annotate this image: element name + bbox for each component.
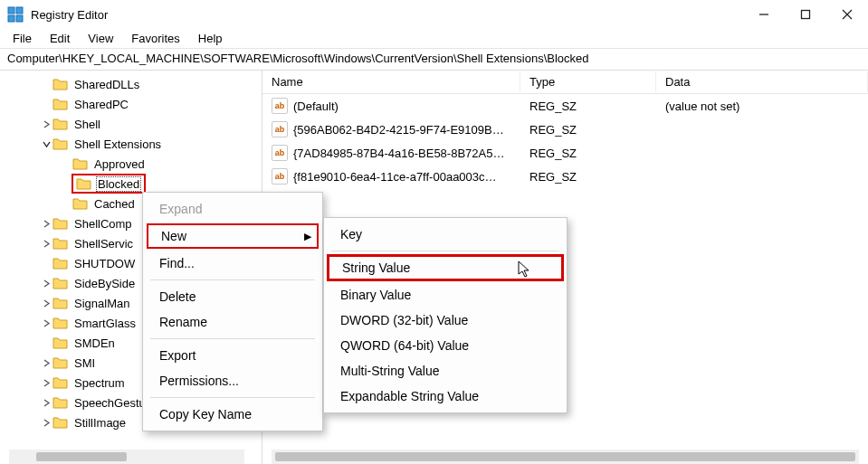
- folder-icon: [52, 315, 69, 331]
- tree-item-label: Blocked: [96, 176, 141, 192]
- list-row[interactable]: ab{f81e9010-6ea4-11ce-a7ff-00aa003c…REG_…: [262, 165, 868, 188]
- column-header-type[interactable]: Type: [520, 71, 656, 92]
- menu-view[interactable]: View: [79, 30, 122, 47]
- app-icon: [7, 6, 24, 23]
- value-name: {f81e9010-6ea4-11ce-a7ff-00aa003c…: [293, 170, 497, 184]
- folder-icon: [52, 96, 69, 112]
- menu-edit[interactable]: Edit: [41, 30, 79, 47]
- expander-icon[interactable]: [40, 120, 52, 128]
- tree-item[interactable]: Shell: [5, 114, 262, 134]
- tree-item[interactable]: Blocked: [5, 174, 262, 194]
- tree-item[interactable]: SharedDLLs: [5, 74, 262, 94]
- ctx-rename[interactable]: Rename: [145, 309, 320, 335]
- folder-icon: [52, 374, 69, 391]
- expander-icon[interactable]: [40, 299, 52, 308]
- ctx-new-expandable-string[interactable]: Expandable String Value: [326, 384, 565, 409]
- expander-icon[interactable]: [40, 419, 52, 427]
- address-bar[interactable]: Computer\HKEY_LOCAL_MACHINE\SOFTWARE\Mic…: [0, 49, 868, 71]
- tree-item-label: SignalMan: [72, 296, 131, 311]
- value-type: REG_SZ: [520, 98, 656, 115]
- value-data: [656, 151, 868, 155]
- tree-item-label: Shell Extensions: [72, 137, 163, 152]
- folder-icon: [52, 255, 69, 271]
- ctx-find[interactable]: Find...: [145, 251, 320, 276]
- expander-icon[interactable]: [40, 319, 52, 327]
- folder-icon: [52, 414, 69, 431]
- list-row[interactable]: ab{596AB062-B4D2-4215-9F74-E9109B…REG_SZ: [262, 118, 868, 141]
- value-type: REG_SZ: [520, 121, 656, 138]
- folder-icon: [52, 215, 69, 232]
- tree-item[interactable]: Approved: [5, 154, 262, 174]
- menu-file[interactable]: File: [4, 30, 41, 47]
- expander-icon[interactable]: [40, 240, 52, 248]
- ctx-permissions[interactable]: Permissions...: [145, 368, 320, 393]
- ctx-new-dword[interactable]: DWORD (32-bit) Value: [326, 308, 565, 333]
- svg-rect-2: [8, 15, 14, 22]
- string-value-icon: ab: [272, 145, 288, 161]
- minimize-button[interactable]: [743, 0, 785, 29]
- tree-item-label: StillImage: [72, 415, 128, 431]
- value-name: {596AB062-B4D2-4215-9F74-E9109B…: [293, 123, 504, 137]
- tree-item-label: ShellServic: [72, 236, 135, 251]
- ctx-new[interactable]: New ▶: [147, 223, 319, 249]
- tree-item-label: Cached: [92, 196, 137, 212]
- svg-rect-3: [16, 15, 23, 22]
- column-header-data[interactable]: Data: [656, 71, 868, 92]
- tree-item-label: ShellComp: [72, 216, 134, 232]
- tree-item[interactable]: Shell Extensions: [5, 134, 262, 154]
- close-button[interactable]: [826, 0, 868, 29]
- expander-icon[interactable]: [40, 359, 52, 367]
- tree-item-label: Approved: [92, 156, 147, 172]
- tree-horizontal-scrollbar[interactable]: [9, 450, 244, 464]
- list-horizontal-scrollbar[interactable]: [272, 450, 859, 464]
- ctx-new-multi-string[interactable]: Multi-String Value: [326, 358, 565, 384]
- ctx-new-qword[interactable]: QWORD (64-bit) Value: [326, 333, 565, 358]
- list-row[interactable]: ab(Default)REG_SZ(value not set): [262, 94, 868, 118]
- value-data: [656, 175, 868, 178]
- tree-item-label: SideBySide: [72, 276, 137, 291]
- tree-item-label: SharedPC: [72, 97, 130, 112]
- menu-favorites[interactable]: Favorites: [122, 30, 188, 47]
- value-name: (Default): [293, 99, 339, 113]
- folder-icon: [76, 175, 92, 192]
- window-title: Registry Editor: [31, 8, 743, 22]
- expander-icon[interactable]: [40, 220, 52, 228]
- ctx-new-string[interactable]: String Value: [328, 255, 563, 280]
- folder-icon: [72, 195, 89, 212]
- ctx-separator: [150, 338, 315, 339]
- svg-rect-1: [16, 7, 23, 14]
- tree-item-label: SMDEn: [72, 336, 117, 351]
- expander-icon[interactable]: [40, 279, 52, 288]
- folder-icon: [52, 136, 69, 152]
- context-submenu-new: Key String Value Binary Value DWORD (32-…: [323, 217, 568, 413]
- menu-help[interactable]: Help: [189, 30, 232, 47]
- tree-item[interactable]: SharedPC: [5, 94, 262, 114]
- maximize-button[interactable]: [785, 0, 826, 29]
- folder-icon: [52, 116, 69, 132]
- ctx-expand[interactable]: Expand: [145, 196, 320, 222]
- tree-item-label: Spectrum: [72, 375, 127, 391]
- tree-item-label: Shell: [72, 117, 102, 132]
- ctx-separator: [150, 397, 315, 398]
- tree-item-label: SMI: [72, 355, 97, 371]
- folder-icon: [52, 355, 69, 371]
- ctx-delete[interactable]: Delete: [145, 284, 320, 309]
- context-menu: Expand New ▶ Find... Delete Rename Expor…: [142, 192, 323, 431]
- ctx-new-binary[interactable]: Binary Value: [326, 282, 565, 308]
- expander-icon[interactable]: [40, 379, 52, 387]
- expander-icon[interactable]: [40, 399, 52, 407]
- ctx-export[interactable]: Export: [145, 343, 320, 368]
- folder-icon: [52, 76, 69, 92]
- folder-icon: [52, 235, 69, 251]
- ctx-copy-key-name[interactable]: Copy Key Name: [145, 402, 320, 427]
- list-row[interactable]: ab{7AD84985-87B4-4a16-BE58-8B72A5…REG_SZ: [262, 141, 868, 165]
- folder-icon: [52, 335, 69, 351]
- list-header: Name Type Data: [262, 71, 868, 94]
- value-type: REG_SZ: [520, 145, 656, 162]
- ctx-new-key[interactable]: Key: [326, 222, 565, 247]
- ctx-separator: [150, 279, 315, 280]
- folder-icon: [52, 295, 69, 311]
- expander-icon[interactable]: [40, 140, 52, 148]
- column-header-name[interactable]: Name: [262, 71, 520, 92]
- value-type: REG_SZ: [520, 168, 656, 185]
